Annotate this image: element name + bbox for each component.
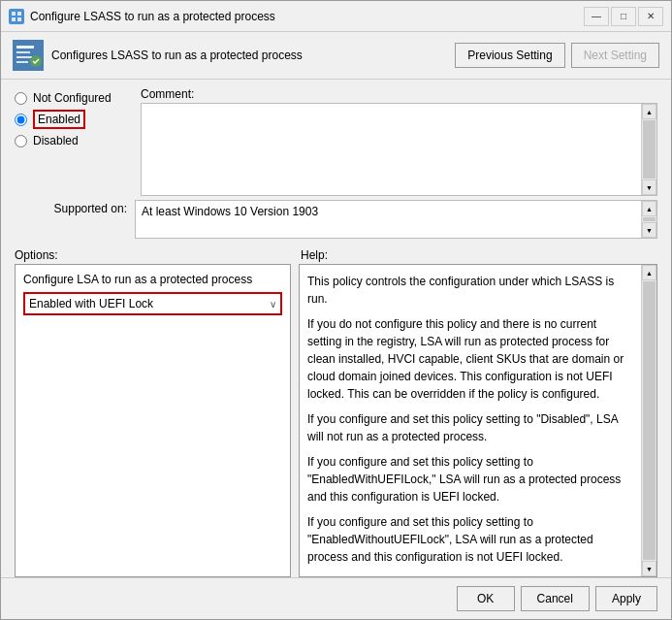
- lsa-dropdown[interactable]: Enabled with UEFI Lock ∨: [23, 292, 282, 315]
- svg-rect-4: [13, 40, 44, 71]
- svg-rect-0: [12, 12, 16, 16]
- disabled-label: Disabled: [33, 134, 79, 147]
- comment-scrollbar: ▲ ▼: [641, 104, 656, 195]
- scroll-thumb: [643, 120, 656, 179]
- enabled-radio-input[interactable]: [15, 114, 27, 126]
- svg-rect-3: [17, 17, 21, 21]
- help-scroll-up[interactable]: ▲: [642, 265, 656, 280]
- scroll-up-arrow[interactable]: ▲: [642, 104, 656, 119]
- supported-value: At least Windows 10 Version 1903: [136, 201, 641, 238]
- supported-scroll-up[interactable]: ▲: [642, 201, 656, 216]
- supported-box-wrap: At least Windows 10 Version 1903 ▲ ▼: [135, 200, 657, 239]
- comment-box-wrap: ▲ ▼: [141, 103, 657, 196]
- supported-row: Supported on: At least Windows 10 Versio…: [1, 196, 671, 243]
- svg-rect-5: [16, 46, 34, 49]
- dropdown-value: Enabled with UEFI Lock: [29, 297, 270, 310]
- not-configured-label: Not Configured: [33, 91, 112, 105]
- top-area: Not Configured Enabled Disabled Comment:…: [1, 80, 671, 196]
- options-panel-inner: Configure LSA to run as a protected proc…: [16, 265, 290, 323]
- cancel-button[interactable]: Cancel: [521, 586, 590, 611]
- apply-button[interactable]: Apply: [595, 586, 657, 611]
- supported-scrollbar: ▲ ▼: [641, 201, 656, 238]
- disabled-radio[interactable]: Disabled: [15, 134, 141, 147]
- policy-icon: [13, 40, 44, 71]
- enabled-label: Enabled: [33, 110, 85, 129]
- title-bar: Configure LSASS to run as a protected pr…: [1, 1, 671, 32]
- header-row: Configures LSASS to run as a protected p…: [1, 32, 671, 80]
- window-icon: [9, 9, 24, 24]
- enabled-radio[interactable]: Enabled: [15, 110, 141, 129]
- help-para-5: If you configure and set this policy set…: [307, 513, 633, 566]
- minimize-button[interactable]: —: [584, 7, 609, 26]
- help-header: Help:: [301, 248, 657, 262]
- help-panel-inner: This policy controls the configuration u…: [300, 265, 656, 576]
- ok-button[interactable]: OK: [457, 586, 515, 611]
- header-buttons: Previous Setting Next Setting: [455, 43, 659, 68]
- panels-area: Configure LSA to run as a protected proc…: [1, 264, 671, 577]
- section-headers: Options: Help:: [1, 243, 671, 264]
- header-title: Configures LSASS to run as a protected p…: [51, 49, 447, 62]
- close-button[interactable]: ✕: [638, 7, 663, 26]
- maximize-button[interactable]: □: [611, 7, 636, 26]
- main-window: Configure LSASS to run as a protected pr…: [0, 0, 672, 620]
- options-panel: Configure LSA to run as a protected proc…: [15, 264, 291, 577]
- svg-rect-1: [17, 12, 21, 16]
- help-para-3: If you configure and set this policy set…: [307, 410, 633, 445]
- svg-rect-2: [12, 17, 16, 21]
- help-scroll-thumb: [643, 281, 656, 560]
- window-title: Configure LSASS to run as a protected pr…: [30, 10, 275, 23]
- help-panel: This policy controls the configuration u…: [299, 264, 657, 577]
- help-text-area: This policy controls the configuration u…: [300, 265, 641, 576]
- dropdown-arrow-icon: ∨: [270, 299, 276, 310]
- disabled-radio-input[interactable]: [15, 135, 27, 147]
- footer: OK Cancel Apply: [1, 577, 671, 619]
- svg-rect-6: [16, 51, 30, 53]
- scroll-down-arrow[interactable]: ▼: [642, 179, 656, 195]
- comment-label: Comment:: [141, 87, 657, 101]
- svg-rect-8: [16, 61, 28, 63]
- prev-setting-button[interactable]: Previous Setting: [455, 43, 564, 68]
- help-para-4: If you configure and set this policy set…: [307, 453, 633, 506]
- dropdown-label: Configure LSA to run as a protected proc…: [23, 273, 282, 286]
- supported-label: Supported on:: [15, 200, 127, 215]
- help-para-2: If you do not configure this policy and …: [307, 315, 633, 403]
- help-scrollbar: ▲ ▼: [641, 265, 656, 576]
- options-header: Options:: [15, 248, 301, 262]
- help-para-1: This policy controls the configuration u…: [307, 273, 633, 308]
- title-bar-left: Configure LSASS to run as a protected pr…: [9, 9, 275, 24]
- comment-textarea[interactable]: [142, 104, 641, 195]
- not-configured-radio-input[interactable]: [15, 92, 27, 105]
- title-buttons: — □ ✕: [584, 7, 663, 26]
- radio-column: Not Configured Enabled Disabled: [15, 87, 141, 196]
- supported-scroll-thumb: [643, 217, 656, 221]
- next-setting-button[interactable]: Next Setting: [571, 43, 659, 68]
- not-configured-radio[interactable]: Not Configured: [15, 91, 141, 105]
- supported-scroll-down[interactable]: ▼: [642, 222, 656, 238]
- comment-column: Comment: ▲ ▼: [141, 87, 657, 196]
- help-scroll-down[interactable]: ▼: [642, 561, 656, 576]
- svg-rect-7: [16, 56, 32, 58]
